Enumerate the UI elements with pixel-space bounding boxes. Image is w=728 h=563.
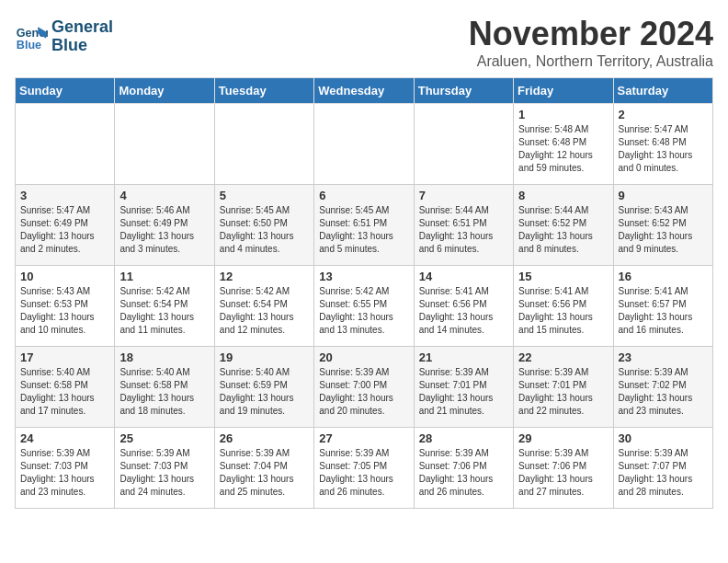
- day-number: 20: [319, 350, 408, 364]
- day-number: 22: [518, 350, 608, 364]
- day-number: 8: [518, 189, 608, 202]
- calendar-cell: [414, 104, 513, 185]
- calendar-cell: 8Sunrise: 5:44 AM Sunset: 6:52 PM Daylig…: [514, 185, 613, 266]
- header-cell-tuesday: Tuesday: [214, 78, 313, 104]
- day-info: Sunrise: 5:39 AM Sunset: 7:01 PM Dayligh…: [518, 366, 608, 418]
- day-info: Sunrise: 5:42 AM Sunset: 6:54 PM Dayligh…: [220, 285, 309, 337]
- day-number: 7: [419, 189, 508, 202]
- day-info: Sunrise: 5:39 AM Sunset: 7:01 PM Dayligh…: [419, 366, 508, 418]
- day-info: Sunrise: 5:46 AM Sunset: 6:49 PM Dayligh…: [119, 204, 209, 256]
- day-info: Sunrise: 5:39 AM Sunset: 7:02 PM Dayligh…: [619, 366, 708, 418]
- day-number: 24: [20, 431, 109, 445]
- calendar-cell: 17Sunrise: 5:40 AM Sunset: 6:58 PM Dayli…: [16, 347, 115, 428]
- header-cell-thursday: Thursday: [414, 78, 513, 104]
- calendar-cell: [115, 104, 214, 185]
- title-area: November 2024 Araluen, Northern Territor…: [469, 15, 713, 70]
- day-number: 14: [419, 270, 508, 283]
- calendar-cell: 12Sunrise: 5:42 AM Sunset: 6:54 PM Dayli…: [214, 266, 313, 347]
- day-number: 25: [119, 431, 209, 445]
- calendar-cell: 23Sunrise: 5:39 AM Sunset: 7:02 PM Dayli…: [613, 347, 712, 428]
- day-info: Sunrise: 5:39 AM Sunset: 7:05 PM Dayligh…: [319, 447, 408, 499]
- calendar-cell: 21Sunrise: 5:39 AM Sunset: 7:01 PM Dayli…: [414, 347, 513, 428]
- calendar-cell: 3Sunrise: 5:47 AM Sunset: 6:49 PM Daylig…: [16, 185, 115, 266]
- day-info: Sunrise: 5:42 AM Sunset: 6:54 PM Dayligh…: [119, 285, 209, 337]
- day-info: Sunrise: 5:41 AM Sunset: 6:57 PM Dayligh…: [619, 285, 708, 337]
- day-number: 10: [20, 270, 109, 283]
- logo-icon: General Blue: [15, 20, 48, 53]
- day-info: Sunrise: 5:44 AM Sunset: 6:52 PM Dayligh…: [518, 204, 608, 256]
- day-info: Sunrise: 5:45 AM Sunset: 6:50 PM Dayligh…: [220, 204, 309, 256]
- day-number: 16: [619, 270, 708, 283]
- day-number: 19: [220, 350, 309, 364]
- calendar-cell: 4Sunrise: 5:46 AM Sunset: 6:49 PM Daylig…: [115, 185, 214, 266]
- day-info: Sunrise: 5:44 AM Sunset: 6:51 PM Dayligh…: [419, 204, 508, 256]
- day-info: Sunrise: 5:40 AM Sunset: 6:58 PM Dayligh…: [119, 366, 209, 418]
- day-number: 28: [419, 431, 508, 445]
- day-number: 5: [220, 189, 309, 202]
- day-info: Sunrise: 5:40 AM Sunset: 6:59 PM Dayligh…: [220, 366, 309, 418]
- calendar-cell: 1Sunrise: 5:48 AM Sunset: 6:48 PM Daylig…: [514, 104, 613, 185]
- week-row-0: 1Sunrise: 5:48 AM Sunset: 6:48 PM Daylig…: [16, 104, 713, 185]
- calendar-cell: 13Sunrise: 5:42 AM Sunset: 6:55 PM Dayli…: [314, 266, 414, 347]
- calendar-body: 1Sunrise: 5:48 AM Sunset: 6:48 PM Daylig…: [16, 104, 713, 509]
- calendar-cell: 5Sunrise: 5:45 AM Sunset: 6:50 PM Daylig…: [214, 185, 313, 266]
- day-number: 4: [119, 189, 209, 202]
- calendar-cell: 6Sunrise: 5:45 AM Sunset: 6:51 PM Daylig…: [314, 185, 414, 266]
- calendar-cell: 26Sunrise: 5:39 AM Sunset: 7:04 PM Dayli…: [214, 428, 313, 509]
- calendar-cell: 28Sunrise: 5:39 AM Sunset: 7:06 PM Dayli…: [414, 428, 513, 509]
- day-number: 26: [220, 431, 309, 445]
- calendar-cell: 29Sunrise: 5:39 AM Sunset: 7:06 PM Dayli…: [514, 428, 613, 509]
- calendar-cell: 22Sunrise: 5:39 AM Sunset: 7:01 PM Dayli…: [514, 347, 613, 428]
- day-number: 30: [619, 431, 708, 445]
- day-number: 18: [119, 350, 209, 364]
- day-info: Sunrise: 5:39 AM Sunset: 7:04 PM Dayligh…: [220, 447, 309, 499]
- calendar-cell: 14Sunrise: 5:41 AM Sunset: 6:56 PM Dayli…: [414, 266, 513, 347]
- day-info: Sunrise: 5:47 AM Sunset: 6:48 PM Dayligh…: [619, 123, 708, 175]
- day-info: Sunrise: 5:39 AM Sunset: 7:03 PM Dayligh…: [119, 447, 209, 499]
- calendar-cell: 20Sunrise: 5:39 AM Sunset: 7:00 PM Dayli…: [314, 347, 414, 428]
- calendar-cell: 18Sunrise: 5:40 AM Sunset: 6:58 PM Dayli…: [115, 347, 214, 428]
- location-subtitle: Araluen, Northern Territory, Australia: [469, 53, 713, 70]
- day-number: 17: [20, 350, 109, 364]
- calendar-cell: [214, 104, 313, 185]
- day-info: Sunrise: 5:48 AM Sunset: 6:48 PM Dayligh…: [518, 123, 608, 175]
- calendar-cell: 19Sunrise: 5:40 AM Sunset: 6:59 PM Dayli…: [214, 347, 313, 428]
- calendar-cell: 27Sunrise: 5:39 AM Sunset: 7:05 PM Dayli…: [314, 428, 414, 509]
- calendar-cell: [16, 104, 115, 185]
- calendar-table: SundayMondayTuesdayWednesdayThursdayFrid…: [15, 77, 713, 509]
- day-number: 27: [319, 431, 408, 445]
- day-number: 29: [518, 431, 608, 445]
- calendar-cell: 24Sunrise: 5:39 AM Sunset: 7:03 PM Dayli…: [16, 428, 115, 509]
- svg-text:Blue: Blue: [17, 38, 41, 51]
- day-info: Sunrise: 5:47 AM Sunset: 6:49 PM Dayligh…: [20, 204, 109, 256]
- header-row: SundayMondayTuesdayWednesdayThursdayFrid…: [16, 78, 713, 104]
- day-number: 1: [518, 108, 608, 121]
- calendar-cell: 7Sunrise: 5:44 AM Sunset: 6:51 PM Daylig…: [414, 185, 513, 266]
- day-number: 13: [319, 270, 408, 283]
- calendar-cell: 2Sunrise: 5:47 AM Sunset: 6:48 PM Daylig…: [613, 104, 712, 185]
- header-cell-friday: Friday: [514, 78, 613, 104]
- header: General Blue General Blue November 2024 …: [15, 15, 713, 70]
- logo-text-blue: Blue: [51, 37, 113, 55]
- logo-text-general: General: [51, 18, 113, 37]
- day-number: 11: [119, 270, 209, 283]
- calendar-cell: 11Sunrise: 5:42 AM Sunset: 6:54 PM Dayli…: [115, 266, 214, 347]
- day-info: Sunrise: 5:42 AM Sunset: 6:55 PM Dayligh…: [319, 285, 408, 337]
- header-cell-sunday: Sunday: [16, 78, 115, 104]
- day-number: 3: [20, 189, 109, 202]
- calendar-cell: 16Sunrise: 5:41 AM Sunset: 6:57 PM Dayli…: [613, 266, 712, 347]
- day-number: 23: [619, 350, 708, 364]
- calendar-cell: 25Sunrise: 5:39 AM Sunset: 7:03 PM Dayli…: [115, 428, 214, 509]
- day-info: Sunrise: 5:40 AM Sunset: 6:58 PM Dayligh…: [20, 366, 109, 418]
- week-row-1: 3Sunrise: 5:47 AM Sunset: 6:49 PM Daylig…: [16, 185, 713, 266]
- week-row-2: 10Sunrise: 5:43 AM Sunset: 6:53 PM Dayli…: [16, 266, 713, 347]
- logo: General Blue General Blue: [15, 18, 113, 55]
- day-number: 15: [518, 270, 608, 283]
- day-number: 6: [319, 189, 408, 202]
- day-info: Sunrise: 5:39 AM Sunset: 7:03 PM Dayligh…: [20, 447, 109, 499]
- day-info: Sunrise: 5:41 AM Sunset: 6:56 PM Dayligh…: [419, 285, 508, 337]
- calendar-cell: 15Sunrise: 5:41 AM Sunset: 6:56 PM Dayli…: [514, 266, 613, 347]
- day-info: Sunrise: 5:39 AM Sunset: 7:06 PM Dayligh…: [419, 447, 508, 499]
- day-number: 9: [619, 189, 708, 202]
- month-title: November 2024: [469, 15, 713, 53]
